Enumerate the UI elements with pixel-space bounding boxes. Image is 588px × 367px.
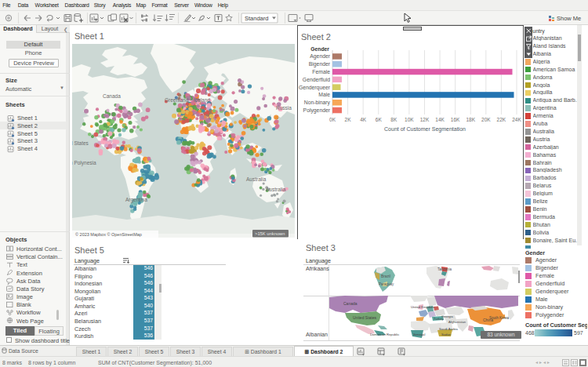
svg-text:Brazil: Brazil: [381, 274, 390, 278]
svg-text:Bigender: Bigender: [309, 61, 331, 67]
svg-text:Afghanistan: Afghanistan: [448, 320, 466, 324]
svg-text:14K: 14K: [435, 117, 445, 122]
svg-text:Agender: Agender: [310, 53, 330, 60]
svg-text:United Kingdom: United Kingdom: [411, 305, 434, 309]
svg-text:6K: 6K: [376, 117, 383, 122]
svg-text:20K: 20K: [481, 117, 491, 122]
svg-text:© 2023 Mapbox © OpenStreetMap: © 2023 Mapbox © OpenStreetMap: [75, 232, 142, 237]
svg-text:Genderfluid: Genderfluid: [303, 77, 330, 82]
svg-text:Iceland: Iceland: [194, 97, 210, 103]
svg-text:24K: 24K: [512, 117, 521, 122]
svg-text:Canada: Canada: [103, 93, 121, 99]
svg-text:0K: 0K: [329, 117, 336, 122]
svg-text:Senegal: Senegal: [413, 332, 425, 336]
svg-text:Male: Male: [318, 92, 330, 97]
svg-text:Canada: Canada: [343, 301, 358, 306]
svg-text:h Polynesia: h Polynesia: [72, 160, 96, 166]
svg-text:Dominican Republic: Dominican Republic: [370, 332, 399, 336]
svg-text:Georgia: Georgia: [441, 314, 454, 318]
svg-text:Paraguay: Paraguay: [379, 282, 394, 285]
svg-text:South Korea: South Korea: [489, 316, 509, 320]
svg-text:12K: 12K: [420, 117, 430, 122]
svg-text:Gender: Gender: [310, 46, 329, 52]
svg-text:2K: 2K: [345, 117, 352, 122]
svg-text:Non-binary: Non-binary: [304, 100, 331, 106]
svg-text:Australia: Australia: [266, 187, 286, 192]
svg-text:10K: 10K: [405, 117, 414, 122]
svg-text:Female: Female: [312, 69, 330, 74]
svg-text:4K: 4K: [360, 117, 367, 122]
svg-text:8K: 8K: [390, 117, 397, 122]
svg-text:18K: 18K: [466, 117, 475, 122]
svg-text:Standard: Standard: [245, 15, 268, 22]
svg-text:Argentina: Argentina: [125, 197, 147, 203]
svg-text:United States: United States: [353, 315, 376, 320]
svg-text:Count of Customer Segmentation: Count of Customer Segmentation: [384, 126, 466, 133]
svg-text:>15K unknown: >15K unknown: [255, 231, 285, 236]
svg-text:16K: 16K: [451, 117, 460, 122]
svg-text:22K: 22K: [497, 117, 506, 122]
svg-text:Russia: Russia: [276, 105, 292, 111]
svg-text:Australia: Australia: [246, 176, 267, 182]
svg-text:Greenland: Greenland: [165, 97, 189, 103]
svg-text:Tanzania: Tanzania: [437, 267, 452, 271]
svg-text:Genderqueer: Genderqueer: [299, 85, 331, 91]
svg-text:d States: d States: [72, 140, 89, 146]
svg-text:Polygender: Polygender: [303, 107, 331, 114]
svg-text:Show Me: Show Me: [557, 15, 581, 22]
svg-text:Saudi Arabia: Saudi Arabia: [439, 327, 458, 331]
svg-text:Sudan: Sudan: [441, 332, 452, 336]
